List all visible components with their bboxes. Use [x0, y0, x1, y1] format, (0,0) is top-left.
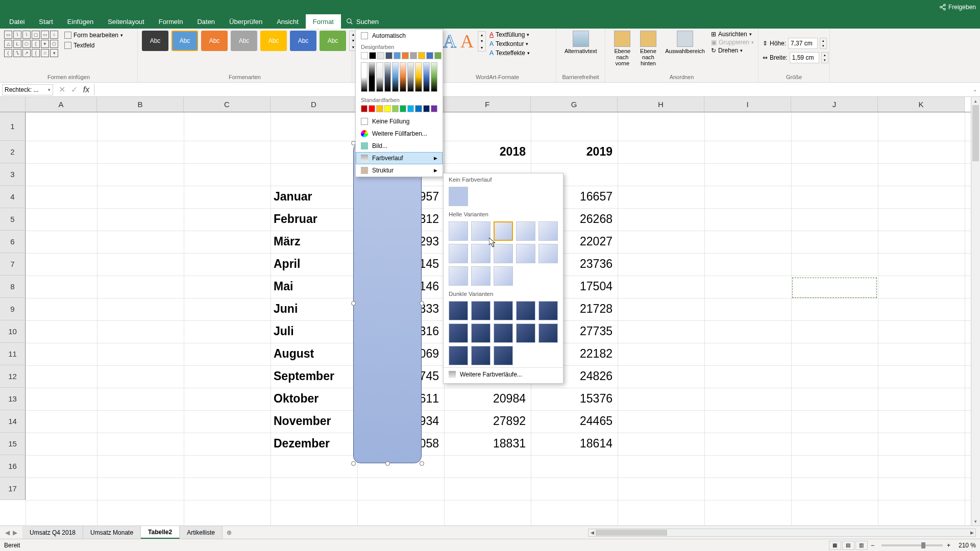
scroll-down[interactable]: ▾: [971, 517, 980, 525]
col-header-B[interactable]: B: [97, 97, 184, 112]
cell-D5[interactable]: Februar: [274, 212, 317, 226]
standard-color-swatch[interactable]: [407, 105, 414, 112]
sheet-nav[interactable]: ◀▶: [0, 526, 22, 539]
cell-G2[interactable]: 2019: [533, 145, 612, 159]
cell-D9[interactable]: Juni: [274, 302, 298, 316]
no-gradient-swatch[interactable]: [449, 187, 468, 206]
style-black[interactable]: Abc: [142, 31, 168, 51]
resize-handle[interactable]: [351, 461, 356, 466]
dark-gradient-2[interactable]: [494, 301, 513, 320]
light-gradient-9[interactable]: [538, 244, 558, 263]
align-button[interactable]: ⊞Ausrichten▾: [711, 31, 754, 38]
view-normal[interactable]: ▦: [829, 541, 841, 550]
col-header-A[interactable]: A: [26, 97, 97, 112]
name-box[interactable]: Rechteck: ... ▾: [2, 84, 53, 95]
width-spinner[interactable]: ▴▾: [821, 52, 828, 63]
tab-start[interactable]: Start: [32, 14, 60, 29]
row-header-13[interactable]: 13: [0, 388, 26, 410]
theme-tint-column[interactable]: [384, 62, 391, 92]
fill-gradient[interactable]: Farbverlauf▶: [356, 152, 443, 164]
theme-tint-column[interactable]: [376, 62, 383, 92]
row-header-14[interactable]: 14: [0, 410, 26, 433]
cell-G14[interactable]: 24465: [533, 414, 612, 428]
light-gradient-4[interactable]: [538, 221, 558, 241]
cell-G13[interactable]: 15376: [533, 392, 612, 406]
cell-F15[interactable]: 18831: [446, 437, 526, 450]
cell-D11[interactable]: August: [274, 347, 314, 361]
theme-color-swatch[interactable]: [426, 52, 433, 59]
row-header-12[interactable]: 12: [0, 365, 26, 388]
height-input[interactable]: [788, 38, 818, 49]
sheet-tab-3[interactable]: Artikelliste: [180, 526, 223, 539]
hscroll-right[interactable]: ▶: [968, 529, 975, 536]
cell-D8[interactable]: Mai: [274, 280, 293, 293]
cell-F13[interactable]: 20984: [446, 392, 526, 406]
standard-color-swatch[interactable]: [431, 105, 437, 112]
tab-formeln[interactable]: Formeln: [152, 14, 190, 29]
style-gray[interactable]: Abc: [231, 31, 257, 51]
row-header-15[interactable]: 15: [0, 433, 26, 455]
vertical-scrollbar[interactable]: ▴ ▾: [971, 97, 980, 525]
edit-shape-button[interactable]: Form bearbeiten▾: [62, 31, 125, 40]
dark-gradient-11[interactable]: [471, 346, 491, 365]
style-orange[interactable]: Abc: [201, 31, 228, 51]
tab-ansicht[interactable]: Ansicht: [270, 14, 306, 29]
share-button[interactable]: Freigeben: [939, 4, 976, 11]
formula-bar-expand[interactable]: ⌄: [970, 87, 980, 92]
cell-D7[interactable]: April: [274, 257, 300, 271]
theme-tint-column[interactable]: [369, 62, 375, 92]
light-gradient-11[interactable]: [471, 266, 491, 286]
standard-color-swatch[interactable]: [369, 105, 375, 112]
cell-D6[interactable]: März: [274, 235, 300, 248]
cell-G15[interactable]: 18614: [533, 437, 612, 450]
shape-style-gallery[interactable]: Abc Abc Abc Abc Abc Abc Abc ▴▾▾: [142, 31, 357, 51]
zoom-knob[interactable]: [921, 542, 925, 548]
formula-input[interactable]: [94, 84, 970, 95]
light-gradient-8[interactable]: [516, 244, 535, 263]
row-header-1[interactable]: 1: [0, 112, 26, 141]
no-fill[interactable]: Keine Füllung: [356, 115, 443, 128]
row-header-7[interactable]: 7: [0, 253, 26, 276]
zoom-slider[interactable]: [881, 544, 943, 546]
cell-D13[interactable]: Oktober: [274, 392, 318, 406]
text-effects-button[interactable]: ATexteffekte▾: [489, 49, 530, 57]
dark-gradient-10[interactable]: [449, 346, 468, 365]
tab-datei[interactable]: Datei: [2, 14, 32, 29]
theme-color-swatch[interactable]: [385, 52, 393, 59]
theme-color-swatch[interactable]: [361, 52, 368, 59]
cell-D12[interactable]: September: [274, 369, 334, 383]
bring-forward-button[interactable]: Ebene nach vorne: [609, 31, 635, 66]
style-green[interactable]: Abc: [320, 31, 346, 51]
wordart-style-2[interactable]: A: [460, 31, 474, 52]
zoom-percent[interactable]: 210 %: [950, 542, 976, 549]
add-sheet-button[interactable]: ⊕: [223, 526, 236, 539]
standard-color-swatch[interactable]: [400, 105, 406, 112]
row-header-6[interactable]: 6: [0, 231, 26, 253]
light-gradient-2[interactable]: [494, 221, 513, 241]
theme-tint-column[interactable]: [431, 62, 437, 92]
tab-einfuegen[interactable]: Einfügen: [60, 14, 101, 29]
col-header-H[interactable]: H: [618, 97, 704, 112]
dark-gradient-0[interactable]: [449, 301, 468, 320]
resize-handle[interactable]: [420, 461, 424, 466]
tab-daten[interactable]: Daten: [190, 14, 222, 29]
fill-texture[interactable]: Struktur▶: [356, 164, 443, 177]
standard-color-swatch[interactable]: [376, 105, 383, 112]
light-gradient-1[interactable]: [471, 221, 491, 241]
theme-color-swatch[interactable]: [410, 52, 417, 59]
horizontal-scrollbar[interactable]: ◀ ▶: [588, 529, 976, 537]
tab-ueberpruefen[interactable]: Überprüfen: [222, 14, 270, 29]
theme-color-swatch[interactable]: [394, 52, 401, 59]
vscroll-thumb[interactable]: [972, 105, 979, 161]
light-gradient-12[interactable]: [494, 266, 513, 286]
dark-gradient-1[interactable]: [471, 301, 491, 320]
standard-color-swatch[interactable]: [384, 105, 391, 112]
wordart-expand[interactable]: ▴▾▾: [478, 31, 486, 52]
row-header-2[interactable]: 2: [0, 141, 26, 163]
col-header-J[interactable]: J: [791, 97, 878, 112]
wordart-gallery[interactable]: A A ▴▾▾: [443, 31, 486, 52]
dark-gradient-3[interactable]: [516, 301, 535, 320]
alt-text-button[interactable]: Alternativtext: [560, 31, 601, 54]
fill-picture[interactable]: Bild...: [356, 140, 443, 152]
more-gradients[interactable]: Weitere Farbverläufe...: [444, 367, 563, 381]
